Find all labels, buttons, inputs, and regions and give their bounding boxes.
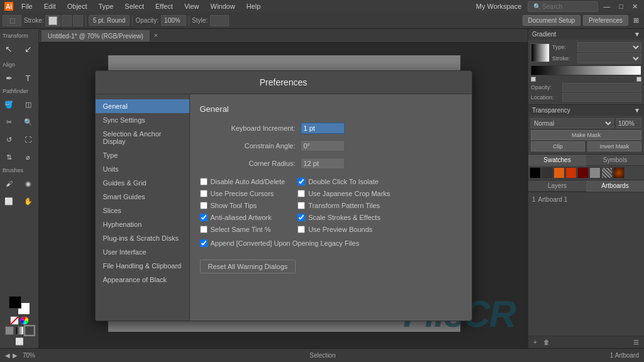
nav-user-interface[interactable]: User Interface: [96, 245, 189, 259]
type-tool[interactable]: T: [19, 69, 37, 87]
menu-window[interactable]: Window: [206, 1, 240, 11]
transparency-panel-header[interactable]: Transparency ▼: [528, 105, 644, 116]
menu-type[interactable]: Type: [94, 1, 119, 11]
pen-tool[interactable]: ✒: [0, 69, 18, 87]
nav-general[interactable]: General: [96, 99, 189, 113]
symbols-tab[interactable]: Symbols: [586, 155, 644, 166]
artboard-nav-right[interactable]: ▶: [13, 352, 18, 359]
style-box[interactable]: [210, 15, 229, 26]
nav-units[interactable]: Units: [96, 162, 189, 176]
checkbox-double-click-isolate[interactable]: Double Click To Isolate: [297, 178, 390, 185]
fill-mode-box[interactable]: [5, 326, 14, 335]
invert-mask-button[interactable]: Invert Mask: [587, 141, 641, 151]
gradient-tool[interactable]: ◫: [19, 96, 37, 113]
swatches-tab[interactable]: Swatches: [528, 155, 586, 166]
checkbox-append[interactable]: Append [Converted] Upon Opening Legacy F…: [200, 239, 360, 247]
swatch-pattern1[interactable]: [601, 167, 613, 178]
blob-brush-tool[interactable]: ◉: [19, 175, 37, 192]
hand-tool[interactable]: ✋: [19, 192, 37, 210]
rotate-tool[interactable]: ↺: [0, 131, 18, 148]
scissors-tool[interactable]: ✂: [0, 113, 18, 131]
menu-view[interactable]: View: [179, 1, 204, 11]
layers-tab[interactable]: Layers: [528, 180, 586, 192]
brush-tool[interactable]: 🖌: [0, 175, 18, 192]
constrain-angle-input[interactable]: [301, 140, 345, 151]
blend-mode-select[interactable]: Normal: [531, 118, 614, 128]
nav-guides-grid[interactable]: Guides & Grid: [96, 176, 189, 190]
color-mode-box[interactable]: [20, 316, 29, 325]
workspace-selector[interactable]: My Workspace: [471, 1, 527, 11]
menu-select[interactable]: Select: [119, 1, 149, 11]
checkbox-preview-bounds[interactable]: Use Preview Bounds: [297, 226, 390, 233]
swatch-dark[interactable]: [541, 167, 553, 178]
select-tool[interactable]: ↖: [0, 40, 18, 58]
search-input[interactable]: [542, 3, 592, 10]
clip-button[interactable]: Clip: [531, 141, 585, 151]
nav-hyphenation[interactable]: Hyphenation: [96, 217, 189, 231]
gradient-preview-box[interactable]: [531, 43, 550, 62]
swatch-orange[interactable]: [553, 167, 565, 178]
swatch-red[interactable]: [565, 167, 577, 178]
gradient-type-select[interactable]: [577, 42, 641, 52]
extra-toolbar-icon[interactable]: ⊞: [631, 15, 641, 26]
checkbox-japanese-crop[interactable]: Use Japanese Crop Marks: [297, 190, 390, 197]
selection-tool-box[interactable]: ⬚: [3, 15, 21, 26]
artboards-tab[interactable]: Artboards: [586, 180, 644, 192]
menu-edit[interactable]: Edit: [39, 1, 61, 11]
eraser-tool[interactable]: ⬜: [0, 192, 18, 210]
scale-tool[interactable]: ⛶: [19, 131, 37, 148]
zoom-tool[interactable]: 🔍: [19, 113, 37, 131]
menu-file[interactable]: File: [16, 1, 38, 11]
delete-layer-button[interactable]: 🗑: [541, 337, 552, 347]
menu-help[interactable]: Help: [242, 1, 266, 11]
nav-sync-settings[interactable]: Sync Settings: [96, 113, 189, 127]
checkbox-anti-aliased[interactable]: Anti-aliased Artwork: [200, 214, 286, 221]
menu-object[interactable]: Object: [62, 1, 92, 11]
nav-appearance-black[interactable]: Appearance of Black: [96, 273, 189, 287]
close-button[interactable]: ✕: [628, 1, 641, 12]
stroke-color-box[interactable]: [45, 15, 60, 26]
gradient-thumb-right[interactable]: [636, 77, 641, 82]
nav-file-handling[interactable]: File Handling & Clipboard: [96, 259, 189, 273]
none-color-box[interactable]: [10, 316, 19, 325]
gradient-bar[interactable]: [531, 65, 641, 75]
swatch-gray1[interactable]: [589, 167, 601, 178]
reflect-tool[interactable]: ⇅: [0, 148, 18, 166]
gradient-thumb-left[interactable]: [531, 77, 536, 82]
stroke-mode-box[interactable]: [25, 326, 34, 335]
keyboard-increment-input[interactable]: [301, 123, 345, 134]
direct-select-tool[interactable]: ↙: [19, 40, 37, 58]
warp-tool[interactable]: ⌀: [19, 148, 37, 166]
layer-options-button[interactable]: ☰: [631, 337, 641, 347]
gradient-stroke-select[interactable]: [577, 53, 641, 63]
nav-selection-anchor[interactable]: Selection & Anchor Display: [96, 127, 189, 148]
close-tab-button[interactable]: ×: [150, 30, 162, 41]
nav-plugins[interactable]: Plug-ins & Scratch Disks: [96, 231, 189, 245]
minimize-button[interactable]: —: [599, 1, 614, 11]
make-mask-button[interactable]: Make Mask: [531, 130, 641, 140]
checkbox-transform-pattern[interactable]: Transform Pattern Tiles: [297, 202, 390, 209]
new-layer-button[interactable]: +: [531, 337, 540, 347]
stroke-weight-box[interactable]: [62, 15, 72, 26]
artboard-nav-left[interactable]: ◀: [5, 352, 10, 359]
opacity-input[interactable]: 100%: [161, 15, 186, 26]
menu-effect[interactable]: Effect: [150, 1, 178, 11]
checkbox-disable-auto[interactable]: Disable Auto Add/Delete: [200, 178, 286, 185]
swatch-pattern2[interactable]: [613, 167, 625, 178]
preferences-button[interactable]: Preferences: [583, 15, 628, 26]
checkbox-precise-cursors[interactable]: Use Precise Cursors: [200, 190, 286, 197]
maximize-button[interactable]: □: [615, 1, 627, 11]
artboard-icon[interactable]: ⬜: [0, 337, 38, 348]
stroke-options-box[interactable]: [73, 15, 83, 26]
brush-selector[interactable]: 5 pt. Round: [89, 15, 130, 26]
checkbox-select-same-tint[interactable]: Select Same Tint %: [200, 226, 286, 233]
nav-type[interactable]: Type: [96, 148, 189, 162]
nav-slices[interactable]: Slices: [96, 204, 189, 217]
checkbox-show-tips[interactable]: Show Tool Tips: [200, 202, 286, 209]
checkbox-scale-strokes[interactable]: Scale Strokes & Effects: [297, 214, 390, 221]
nav-smart-guides[interactable]: Smart Guides: [96, 190, 189, 204]
swatch-dark-red[interactable]: [577, 167, 589, 178]
opacity-value-input[interactable]: [616, 118, 641, 128]
corner-radius-input[interactable]: [301, 158, 345, 169]
paint-bucket-tool[interactable]: 🪣: [0, 96, 18, 113]
